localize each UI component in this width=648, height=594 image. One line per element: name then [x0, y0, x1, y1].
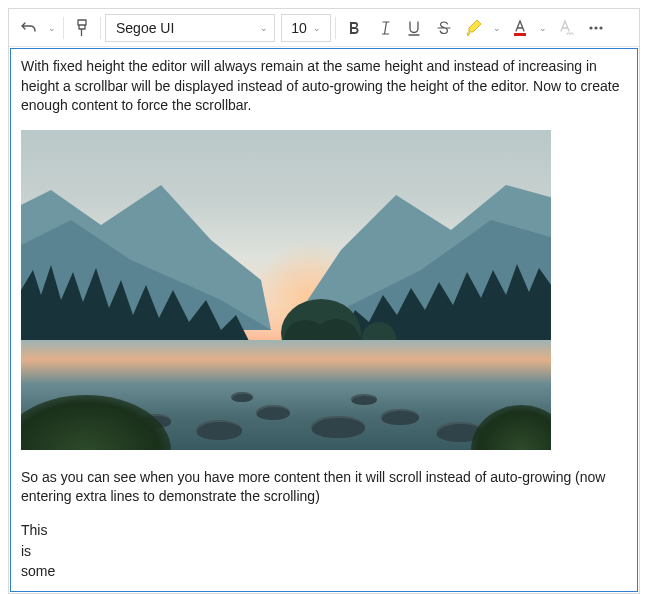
extra-lines[interactable]: This is some: [21, 521, 627, 582]
separator: [100, 17, 101, 39]
italic-button[interactable]: [370, 14, 398, 42]
svg-point-2: [594, 26, 597, 29]
underline-button[interactable]: [400, 14, 428, 42]
font-color-button[interactable]: [506, 14, 534, 42]
italic-icon: [376, 20, 392, 36]
chevron-down-icon: ⌄: [313, 23, 321, 33]
format-painter-icon: [74, 19, 90, 37]
line-1[interactable]: This: [21, 521, 627, 541]
highlight-button[interactable]: [460, 14, 488, 42]
paragraph-1[interactable]: With fixed height the editor will always…: [21, 57, 627, 116]
svg-point-3: [599, 26, 602, 29]
paragraph-2[interactable]: So as you can see when you have more con…: [21, 468, 627, 507]
font-size-value: 10: [291, 20, 307, 36]
font-size-select[interactable]: 10 ⌄: [281, 14, 331, 42]
strikethrough-icon: [436, 20, 452, 36]
svg-point-1: [589, 26, 592, 29]
font-family-value: Segoe UI: [116, 20, 174, 36]
strikethrough-button[interactable]: [430, 14, 458, 42]
more-icon: [587, 20, 605, 36]
font-color-icon: [511, 19, 529, 37]
underline-icon: [406, 20, 422, 36]
more-button[interactable]: [582, 14, 610, 42]
clear-formatting-button[interactable]: [552, 14, 580, 42]
toolbar: ⌄ Segoe UI ⌄ 10 ⌄ ⌄: [9, 9, 639, 47]
undo-button[interactable]: [15, 14, 43, 42]
line-3[interactable]: some: [21, 562, 627, 582]
undo-dropdown[interactable]: ⌄: [45, 14, 59, 42]
editor: ⌄ Segoe UI ⌄ 10 ⌄ ⌄: [8, 8, 640, 594]
undo-icon: [21, 20, 37, 36]
content-area: With fixed height the editor will always…: [10, 48, 638, 592]
separator: [335, 17, 336, 39]
content-scroll[interactable]: With fixed height the editor will always…: [11, 49, 637, 591]
font-color-dropdown[interactable]: ⌄: [536, 14, 550, 42]
embedded-image[interactable]: [21, 130, 551, 450]
svg-rect-0: [514, 33, 526, 36]
line-2[interactable]: is: [21, 542, 627, 562]
bold-button[interactable]: [340, 14, 368, 42]
highlight-dropdown[interactable]: ⌄: [490, 14, 504, 42]
clear-formatting-icon: [557, 19, 575, 37]
bold-icon: [346, 20, 362, 36]
format-painter-button[interactable]: [68, 14, 96, 42]
chevron-down-icon: ⌄: [260, 23, 268, 33]
separator: [63, 17, 64, 39]
font-family-select[interactable]: Segoe UI ⌄: [105, 14, 275, 42]
highlighter-icon: [465, 19, 483, 37]
